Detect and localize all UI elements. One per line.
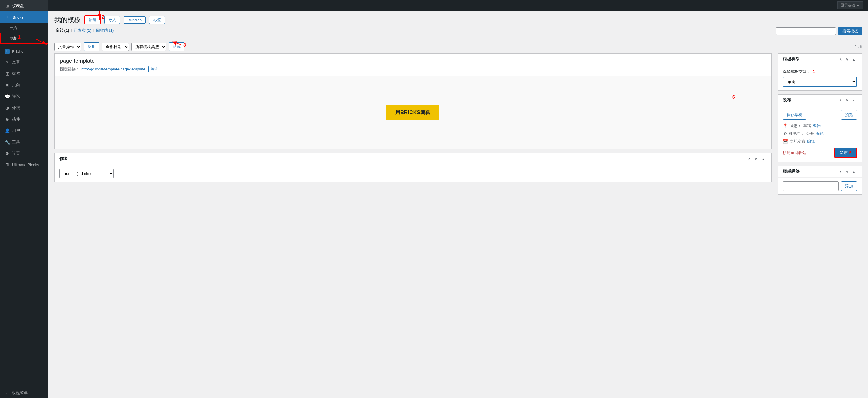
sidebar-item-label: 用户 [12,128,20,133]
users-icon: 👤 [5,128,10,133]
preview-button[interactable]: 预览 [841,110,857,120]
filter-links: 全部 (1) | 已发布 (1) | 回收站 (1) [54,28,115,33]
media-icon: ◫ [5,71,10,76]
visibility-value: 公开 [806,131,814,136]
sidebar-item-articles[interactable]: ✎ 文章 [0,56,48,68]
dropdown-arrow-icon: ▼ [856,3,860,7]
sidebar-item-bricks2[interactable]: b Bricks [0,47,48,56]
publish-panel-title: 发布 [783,98,791,103]
save-draft-button[interactable]: 保存草稿 [783,110,806,120]
status-edit-link[interactable]: 编辑 [813,123,821,129]
bricks-logo-icon: b [5,14,10,20]
panel-label: 选择模板类型： 4 [783,69,857,74]
sidebar-item-media[interactable]: ◫ 媒体 [0,68,48,79]
sidebar-item-users[interactable]: 👤 用户 [0,125,48,136]
publish-panel-expand-btn[interactable]: ∨ [844,98,849,103]
visibility-edit-link[interactable]: 编辑 [816,131,824,136]
search-input[interactable] [776,27,836,35]
annotation-5: 5 [849,151,851,155]
tags-button[interactable]: 标签 [149,15,165,24]
tags-add-button[interactable]: 添加 [841,181,857,191]
bundles-button[interactable]: Bundles [124,16,146,24]
sidebar-item-label: 评论 [12,94,20,99]
author-select[interactable]: admin（admin） [59,169,114,178]
section-expand-btn[interactable]: ∨ [753,156,758,162]
sidebar-item-label: 插件 [12,117,20,122]
settings-icon: ⚙ [5,151,10,156]
page-header: 我的模板 新建 导入 Bundles 标签 全部 (1) | 已发布 (1) |… [48,10,868,53]
sidebar-item-pages[interactable]: ▣ 页面 [0,79,48,91]
section-collapse-btn[interactable]: ∧ [747,156,752,162]
display-options-button[interactable]: 显示选项 ▼ [837,1,863,9]
search-row: 搜索模板 [776,27,862,35]
item-count: 1 项 [855,44,862,49]
template-type-panel: 模板类型 ∧ ∨ ▲ 选择模板类型： 4 [778,53,862,91]
apply-button[interactable]: 应用 [84,42,99,51]
bricks-icon: b [5,49,10,54]
sidebar-item-ultimate-blocks[interactable]: ⊞ Ultimate Blocks [0,159,48,170]
sidebar-item-label: 工具 [12,139,20,145]
sidebar-item-label: 外观 [12,105,20,110]
publish-date-edit-link[interactable]: 编辑 [807,139,815,144]
visibility-icon: 👁 [783,131,787,136]
sidebar-item-label: Ultimate Blocks [12,163,39,167]
template-type-filter-select[interactable]: 所有模板类型 [131,43,166,51]
template-name: page-template [60,58,95,64]
date-filter-select[interactable]: 全部日期 [102,43,129,51]
tags-input[interactable] [783,181,839,191]
template-type-select[interactable]: 单页 页面 文章 存档 搜索 404 全局区块 头部 尾部 [783,77,857,87]
filter-button[interactable]: 筛选 [169,42,184,51]
import-button[interactable]: 导入 [104,15,120,24]
sidebar-item-comments[interactable]: 💬 评论 [0,91,48,102]
bricks-edit-button[interactable]: 用BRICKS编辑 [386,105,440,120]
publish-button[interactable]: 发布 5 [834,148,857,158]
publish-panel-collapse-btn[interactable]: ∧ [838,98,843,103]
publish-panel-move-btn[interactable]: ▲ [851,98,857,103]
bulk-action-select[interactable]: 批量操作 [54,43,82,51]
tags-panel-expand-btn[interactable]: ∨ [844,169,849,174]
tags-panel-controls: ∧ ∨ ▲ [838,169,857,174]
annotation-4: 4 [812,69,815,74]
publish-footer: 移动至回收站 发布 5 [783,148,857,158]
sidebar-item-appearance[interactable]: ◑ 外观 [0,102,48,113]
status-value: 草稿 [803,123,811,129]
author-section: 作者 ∧ ∨ ▲ admin（admin） [54,153,772,182]
new-button[interactable]: 新建 [84,15,101,24]
permalink-edit-button[interactable]: 编辑 [148,66,160,72]
panel-controls: ∧ ∨ ▲ [838,57,857,62]
main-panel: page-template 固定链接： http://jc.local/temp… [54,53,772,198]
section-drag-btn[interactable]: ▲ [760,156,767,162]
sidebar-item-label: 开始 [10,25,17,30]
sidebar-item-tools[interactable]: 🔧 工具 [0,136,48,148]
sidebar-item-label: 模板 [10,36,18,41]
dashboard-icon: ⊞ [5,3,10,8]
publish-action-row: 保存草稿 预览 [783,110,857,120]
publish-panel-controls: ∧ ∨ ▲ [838,98,857,103]
sidebar-item-plugins[interactable]: ⊕ 插件 [0,113,48,125]
filter-published[interactable]: 已发布 (1) [73,28,93,33]
tags-panel-move-btn[interactable]: ▲ [851,169,857,174]
sidebar-item-settings[interactable]: ⚙ 设置 [0,148,48,159]
tags-panel-content: 添加 [778,178,862,195]
panel-header: 模板类型 ∧ ∨ ▲ [778,54,862,65]
panel-expand-btn[interactable]: ∨ [844,57,849,62]
filter-all[interactable]: 全部 (1) [54,28,70,33]
sidebar-item-template[interactable]: 模板 [0,33,48,44]
tags-panel-collapse-btn[interactable]: ∧ [838,169,843,174]
tags-input-row: 添加 [783,181,857,191]
sidebar-item-bricks-active[interactable]: b Bricks [0,11,48,23]
filter-trash[interactable]: 回收站 (1) [95,28,115,33]
section-controls: ∧ ∨ ▲ [747,156,767,162]
panel-move-btn[interactable]: ▲ [851,57,857,62]
panel-collapse-btn[interactable]: ∧ [838,57,843,62]
section-title: 作者 [59,156,68,162]
panel-title: 模板类型 [783,57,800,62]
move-to-trash-link[interactable]: 移动至回收站 [783,150,806,156]
sidebar-item-start[interactable]: 开始 [0,23,48,33]
status-row: 📍 状态： 草稿 编辑 [783,123,857,129]
sidebar-item-dashboard[interactable]: ⊞ 仪表盘 [0,0,48,11]
search-button[interactable]: 搜索模板 [838,27,862,35]
status-icon: 📍 [783,124,788,128]
permalink-url[interactable]: http://jc.local/template/page-template/ [82,67,147,71]
sidebar-collapse[interactable]: ← 收起菜单 [0,388,48,398]
